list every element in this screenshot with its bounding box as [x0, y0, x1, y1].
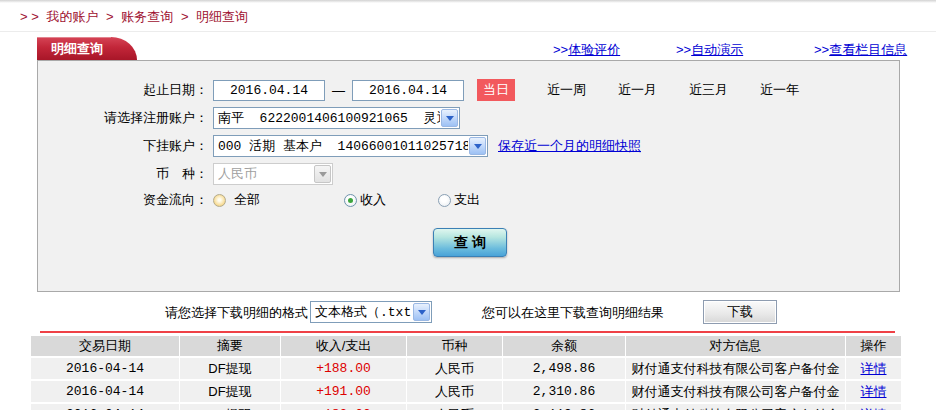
table-top-divider [40, 331, 895, 333]
cell-amount: +188.00 [281, 358, 406, 379]
fund-flow-row: 资金流向： 全部 收入 支出 [38, 188, 899, 212]
register-account-value: 南平 6222001406100921065 灵通卡 [214, 109, 440, 127]
date-separator: — [325, 83, 352, 98]
register-account-label: 请选择注册账户： [38, 109, 208, 127]
cell-date: 2016-04-14 [31, 358, 179, 379]
auto-demo-link[interactable]: >>自动演示 [676, 41, 743, 59]
col-header-balance: 余额 [503, 336, 625, 356]
currency-value: 人民币 [214, 165, 313, 183]
cell-balance: 2,498.86 [503, 358, 625, 379]
breadcrumb-divider [0, 31, 936, 32]
quick-range-quarter[interactable]: 近三月 [689, 81, 728, 99]
experience-feedback-link[interactable]: >>体验评价 [553, 41, 620, 59]
date-to-input[interactable] [352, 80, 464, 101]
cell-amount: +191.00 [281, 381, 406, 402]
table-row: 2016-04-14 DF提现 +183.00 人民币 2,119.86 财付通… [31, 404, 901, 410]
quick-range-year[interactable]: 近一年 [760, 81, 799, 99]
table-row: 2016-04-14 DF提现 +191.00 人民币 2,310.86 财付通… [31, 381, 901, 402]
download-button[interactable]: 下载 [703, 300, 777, 324]
save-snapshot-link[interactable]: 保存近一个月的明细快照 [498, 137, 641, 155]
download-row: 请您选择下载明细的格式 文本格式（.txt） 您可以在这里下载查询明细结果 下载 [0, 300, 936, 326]
breadcrumb-separator: > [181, 9, 189, 24]
cell-counterparty: 财付通支付科技有限公司客户备付金 [626, 381, 845, 402]
currency-row: 币 种： 人民币 [38, 162, 899, 186]
view-column-info-link[interactable]: >>查看栏目信息 [814, 41, 907, 59]
cell-balance: 2,119.86 [503, 404, 625, 410]
currency-select: 人民币 [213, 163, 333, 185]
chevron-down-icon [441, 109, 458, 127]
breadcrumb-item-account-query[interactable]: 账务查询 [121, 9, 173, 24]
flow-option-expense-label[interactable]: 支出 [454, 191, 480, 209]
cell-counterparty: 财付通支付科技有限公司客户备付金 [626, 358, 845, 379]
flow-option-all-label[interactable]: 全部 [234, 191, 260, 209]
quick-range-today[interactable]: 当日 [477, 79, 515, 101]
cell-date: 2016-04-14 [31, 404, 179, 410]
cell-amount: +183.00 [281, 404, 406, 410]
quick-range-month[interactable]: 近一月 [618, 81, 657, 99]
date-from-input[interactable] [213, 80, 325, 101]
currency-label: 币 种： [38, 165, 208, 183]
table-row: 2016-04-14 DF提现 +188.00 人民币 2,498.86 财付通… [31, 358, 901, 379]
sub-account-value: 000 活期 基本户 1406600101102571848 [214, 137, 468, 155]
detail-link[interactable]: 详情 [861, 361, 887, 376]
chevron-down-icon [314, 165, 331, 183]
breadcrumb: > > 我的账户 > 账务查询 > 明细查询 [20, 8, 252, 26]
col-header-amount: 收入/支出 [281, 336, 406, 356]
transactions-table: 交易日期 摘要 收入/支出 币种 余额 对方信息 操作 2016-04-14 D… [30, 334, 902, 410]
breadcrumb-separator: > [106, 9, 114, 24]
flow-option-income-label[interactable]: 收入 [360, 191, 386, 209]
cell-currency: 人民币 [407, 381, 502, 402]
download-format-select[interactable]: 文本格式（.txt） [310, 301, 432, 323]
panel-title-tab: 明细查询 [37, 37, 111, 60]
register-account-select[interactable]: 南平 6222001406100921065 灵通卡 [213, 107, 460, 129]
download-format-label: 请您选择下载明细的格式 [0, 304, 308, 322]
breadcrumb-item-detail-query: 明细查询 [196, 9, 248, 24]
detail-link[interactable]: 详情 [861, 407, 887, 410]
quick-range-week[interactable]: 近一周 [547, 81, 586, 99]
col-header-date: 交易日期 [31, 336, 179, 356]
col-header-currency: 币种 [407, 336, 502, 356]
download-format-value: 文本格式（.txt） [311, 303, 412, 321]
flow-radio-income[interactable] [344, 194, 357, 207]
col-header-summary: 摘要 [180, 336, 280, 356]
breadcrumb-item-my-account[interactable]: 我的账户 [46, 9, 98, 24]
breadcrumb-prefix: > > [20, 9, 39, 24]
table-header-row: 交易日期 摘要 收入/支出 币种 余额 对方信息 操作 [31, 336, 901, 356]
flow-radio-expense[interactable] [438, 194, 451, 207]
fund-flow-label: 资金流向： [38, 191, 208, 209]
cell-summary: DF提现 [180, 404, 280, 410]
col-header-counterparty: 对方信息 [626, 336, 845, 356]
cell-summary: DF提现 [180, 358, 280, 379]
date-range-row: 起止日期： — 当日 近一周 近一月 近三月 近一年 [38, 78, 899, 102]
query-button[interactable]: 查 询 [433, 228, 507, 257]
cell-currency: 人民币 [407, 358, 502, 379]
col-header-action: 操作 [846, 336, 901, 356]
page-top-edge [0, 0, 936, 3]
flow-radio-all[interactable] [213, 194, 226, 207]
detail-query-panel: 起止日期： — 当日 近一周 近一月 近三月 近一年 请选择注册账户： 南平 6… [37, 60, 900, 292]
sub-account-row: 下挂账户： 000 活期 基本户 1406600101102571848 保存近… [38, 134, 899, 158]
cell-summary: DF提现 [180, 381, 280, 402]
date-range-label: 起止日期： [38, 81, 208, 99]
detail-link[interactable]: 详情 [861, 384, 887, 399]
cell-balance: 2,310.86 [503, 381, 625, 402]
cell-currency: 人民币 [407, 404, 502, 410]
sub-account-select[interactable]: 000 活期 基本户 1406600101102571848 [213, 135, 488, 157]
cell-counterparty: 财付通支付科技有限公司客户备付金 [626, 404, 845, 410]
register-account-row: 请选择注册账户： 南平 6222001406100921065 灵通卡 [38, 106, 899, 130]
download-result-hint: 您可以在这里下载查询明细结果 [482, 304, 664, 322]
chevron-down-icon [413, 303, 430, 321]
cell-date: 2016-04-14 [31, 381, 179, 402]
sub-account-label: 下挂账户： [38, 137, 208, 155]
chevron-down-icon [469, 137, 486, 155]
